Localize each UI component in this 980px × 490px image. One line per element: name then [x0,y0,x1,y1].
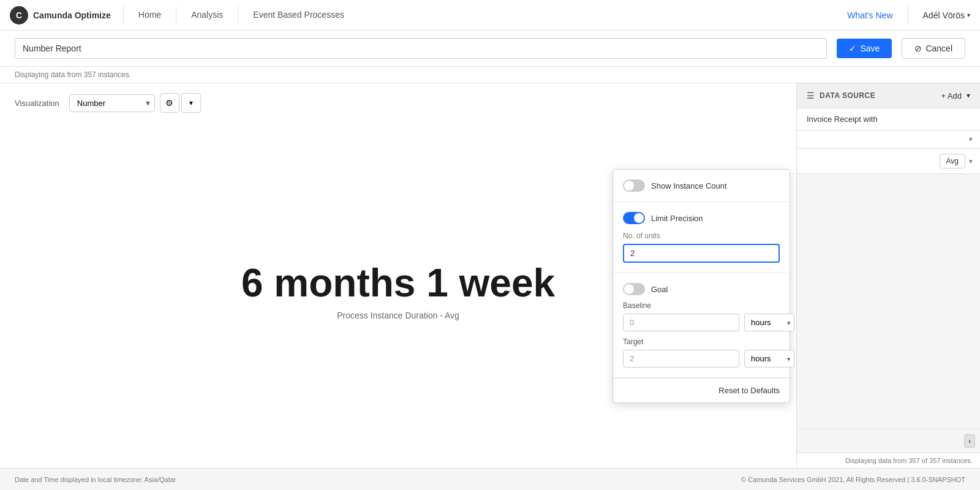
show-instance-count-row: Show Instance Count [623,179,780,192]
panel-row-2-chevron-icon[interactable]: ▾ [969,157,973,165]
baseline-unit-wrapper: hours minutes days [744,314,794,331]
sidebar-collapse-button[interactable]: › [964,434,975,448]
nav-item-home[interactable]: Home [129,0,171,31]
limit-precision-row: Limit Precision [623,212,780,224]
nav-item-analysis[interactable]: Analysis [181,0,233,31]
no-of-units-label: No. of units [623,232,780,240]
settings-gear-button[interactable]: ⚙ [160,93,179,113]
app-name: Camunda Optimize [33,10,111,20]
show-instance-count-toggle[interactable] [623,179,645,192]
baseline-unit-select[interactable]: hours minutes days [744,314,794,331]
panel-row-2-controls: Avg ▾ [940,154,973,168]
viz-controls: Visualization Number Table Bar Chart Lin… [15,93,782,113]
sidebar-footer-instances: Displaying data from 357 of 357 instance… [797,453,980,468]
gear-icon: ⚙ [165,98,173,108]
data-source-title: DATA SOURCE [820,91,936,100]
baseline-label: Baseline [623,301,780,310]
reset-to-defaults-button[interactable]: Reset to Defaults [613,378,790,402]
panel-row-1-controls: ▾ [969,135,973,143]
goal-section: Goal Baseline hours minutes days Targe [613,273,790,378]
viz-select-wrapper: Number Table Bar Chart Line Chart [69,94,155,112]
target-unit-select[interactable]: hours minutes days [744,350,794,368]
chevron-down-icon: ▾ [189,99,193,107]
user-menu-chevron-icon: ▾ [967,12,970,18]
data-source-header: ☰ DATA SOURCE + Add ▾ [797,83,980,108]
goal-toggle-row: Goal [623,283,780,295]
goal-toggle[interactable] [623,283,645,295]
logo-icon: C [10,6,28,24]
show-instance-count-section: Show Instance Count [613,170,790,202]
collapse-area: › [797,429,980,453]
nav-item-event-based[interactable]: Event Based Processes [243,0,354,31]
no-of-units-input[interactable] [623,244,780,263]
metric-value: 6 months 1 week [241,260,555,306]
settings-dropdown-button[interactable]: ▾ [181,93,201,113]
nav-divider-4 [908,6,908,24]
top-navigation: C Camunda Optimize Home Analysis Event B… [0,0,980,31]
footer-timezone: Date and Time displayed in local timezon… [15,476,176,483]
app-logo: C Camunda Optimize [10,6,111,24]
target-row: hours minutes days [623,350,780,368]
footer-copyright: © Camunda Services GmbH 2021, All Rights… [741,476,965,483]
report-header: ✓ Save ⊘ Cancel [0,31,980,67]
target-label: Target [623,337,780,346]
page-footer: Date and Time displayed in local timezon… [0,468,980,490]
visualization-select[interactable]: Number Table Bar Chart Line Chart [69,94,155,112]
baseline-input[interactable] [623,314,739,331]
goal-label: Goal [651,285,668,294]
config-panel: Show Instance Count Limit Precision No. … [612,169,790,403]
nav-right: What's New Adél Vörös ▾ [847,6,970,24]
panel-row-1: ▾ [797,130,980,149]
cancel-button[interactable]: ⊘ Cancel [902,38,965,59]
panel-chevron-down-icon[interactable]: ▾ [969,135,973,143]
limit-precision-label: Limit Precision [651,214,703,223]
save-checkmark-icon: ✓ [849,43,856,53]
nav-divider-3 [238,6,238,24]
target-input[interactable] [623,350,739,368]
whats-new-link[interactable]: What's New [847,10,892,20]
right-column: ☰ DATA SOURCE + Add ▾ Invoice Receipt wi… [796,83,980,468]
nav-divider-2 [176,6,176,24]
instances-info: Displaying data from 357 instances. [0,67,980,83]
data-source-icon: ☰ [807,91,815,100]
baseline-row: hours minutes days [623,314,780,331]
target-unit-wrapper: hours minutes days [744,350,794,368]
save-button[interactable]: ✓ Save [837,39,892,58]
nav-divider-1 [123,6,124,24]
right-panel-spacer [797,174,980,429]
show-instance-count-label: Show Instance Count [651,181,727,190]
viz-label: Visualization [15,99,59,108]
data-source-expand-icon[interactable]: ▾ [967,91,970,100]
avg-button[interactable]: Avg [940,154,965,168]
main-area: ✓ Save ⊘ Cancel Displaying data from 357… [0,31,980,490]
panel-row-2: Avg ▾ [797,149,980,174]
limit-precision-toggle[interactable] [623,212,645,224]
metric-label: Process Instance Duration - Avg [337,311,459,320]
data-source-item[interactable]: Invoice Receipt with [797,108,980,130]
report-title-input[interactable] [15,38,827,59]
content-row: Visualization Number Table Bar Chart Lin… [0,83,980,468]
limit-precision-section: Limit Precision No. of units [613,202,790,273]
user-menu[interactable]: Adél Vörös ▾ [923,10,970,20]
add-data-source-button[interactable]: + Add [941,91,962,100]
cancel-circle-icon: ⊘ [914,43,922,53]
